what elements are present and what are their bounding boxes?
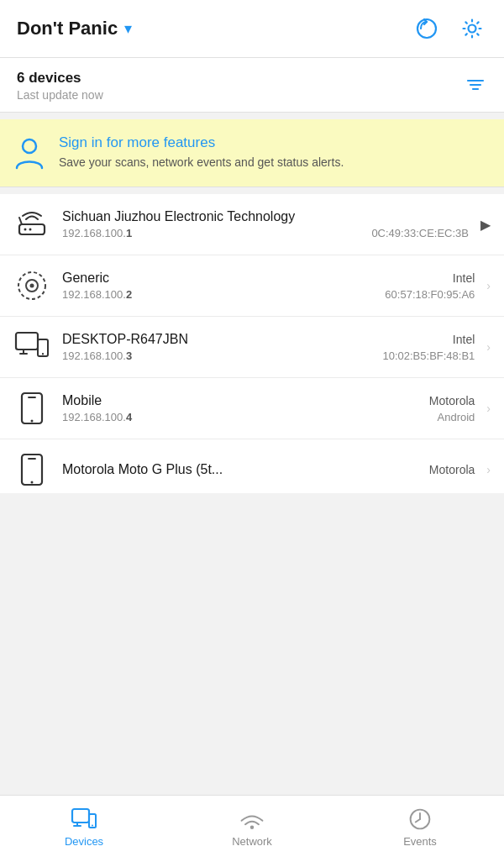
bottom-nav: Devices Network Events [0, 795, 504, 862]
nav-item-network[interactable]: Network [168, 807, 336, 848]
device-name: Sichuan Jiuzhou Electronic Technology [62, 209, 295, 224]
app-title: Don't Panic [17, 18, 118, 39]
network-nav-icon [239, 807, 265, 831]
events-nav-label: Events [403, 835, 437, 848]
svg-point-29 [92, 824, 93, 826]
router-icon [14, 209, 50, 239]
refresh-button[interactable] [412, 13, 442, 44]
device-name: Generic [62, 271, 109, 286]
mobile-partial-icon-wrap [13, 451, 50, 488]
device-ip: 192.168.100.3 [62, 350, 132, 362]
device-vendor: Motorola [429, 394, 475, 407]
devices-nav-label: Devices [65, 835, 103, 848]
filter-button[interactable] [464, 73, 487, 97]
svg-rect-6 [19, 224, 45, 234]
router-icon-wrap [13, 206, 50, 243]
device-info: Sichuan Jiuzhou Electronic Technology 19… [62, 209, 469, 239]
mobile-icon [19, 453, 45, 486]
subheader-left: 6 devices Last update now [17, 70, 103, 102]
device-ip: 192.168.100.2 [62, 288, 132, 301]
nav-item-events[interactable]: Events [336, 807, 504, 848]
device-name: DESKTOP-R647JBN [62, 332, 188, 347]
svg-point-8 [29, 229, 32, 231]
person-icon [13, 136, 45, 171]
svg-point-1 [469, 25, 476, 33]
list-item[interactable]: Generic Intel 192.168.100.2 60:57:18:F0:… [0, 255, 504, 317]
device-list: Sichuan Jiuzhou Electronic Technology 19… [0, 194, 504, 493]
device-mac: 0C:49:33:CE:EC:3B [371, 227, 469, 239]
svg-line-9 [19, 218, 22, 224]
last-update: Last update now [17, 88, 103, 102]
header-icons [412, 13, 487, 44]
chevron-right-icon: › [486, 463, 491, 476]
header-left: Don't Panic ▾ [17, 18, 132, 39]
svg-point-7 [24, 229, 27, 231]
device-count: 6 devices [17, 70, 103, 87]
chevron-right-icon: › [486, 279, 491, 292]
gear-icon [460, 17, 484, 40]
svg-point-12 [30, 284, 34, 288]
device-info: Motorola Moto G Plus (5t... Motorola [62, 462, 475, 477]
svg-line-33 [416, 819, 420, 823]
svg-point-18 [42, 354, 44, 355]
device-vendor: Intel [453, 333, 475, 346]
device-name: Mobile [62, 393, 102, 408]
device-vendor: Intel [453, 271, 475, 285]
device-vendor: Motorola [429, 463, 475, 476]
list-item[interactable]: Mobile Motorola 192.168.100.4 Android › [0, 378, 504, 439]
svg-point-5 [23, 139, 36, 153]
svg-point-20 [31, 420, 34, 423]
desktop-icon-wrap [13, 329, 50, 365]
signin-banner[interactable]: Sign in for more features Save your scan… [0, 119, 504, 187]
target-icon-wrap [13, 267, 50, 304]
play-icon[interactable]: ▶ [480, 217, 491, 233]
signin-title[interactable]: Sign in for more features [59, 134, 344, 151]
device-ip: 192.168.100.4 [62, 411, 132, 423]
mobile-icon [19, 392, 45, 425]
chevron-right-icon: › [486, 340, 491, 354]
chevron-down-icon[interactable]: ▾ [124, 19, 132, 38]
device-info: DESKTOP-R647JBN Intel 192.168.100.3 10:0… [62, 332, 475, 362]
desktop-icon [14, 331, 50, 363]
device-info: Mobile Motorola 192.168.100.4 Android [62, 393, 475, 423]
filter-icon [464, 73, 487, 97]
signin-description: Save your scans, network events and get … [59, 155, 344, 171]
target-icon [15, 269, 49, 302]
subheader: 6 devices Last update now [0, 58, 504, 113]
mobile-icon-wrap [13, 390, 50, 427]
svg-rect-25 [72, 809, 89, 823]
device-ip: 192.168.100.1 [62, 227, 132, 239]
list-item[interactable]: Motorola Moto G Plus (5t... Motorola › [0, 439, 504, 493]
header: Don't Panic ▾ [0, 0, 504, 58]
chevron-right-icon: › [486, 402, 491, 415]
signin-text: Sign in for more features Save your scan… [59, 134, 344, 171]
device-name: Motorola Moto G Plus (5t... [62, 462, 223, 477]
nav-item-devices[interactable]: Devices [0, 807, 168, 848]
device-mac: 10:02:B5:BF:48:B1 [382, 350, 475, 362]
device-vendor2: Android [438, 411, 475, 423]
devices-nav-icon [71, 807, 97, 831]
settings-button[interactable] [457, 13, 487, 44]
network-nav-label: Network [232, 835, 272, 848]
list-item[interactable]: DESKTOP-R647JBN Intel 192.168.100.3 10:0… [0, 317, 504, 378]
svg-rect-13 [16, 333, 38, 350]
svg-point-23 [31, 481, 34, 484]
device-mac: 60:57:18:F0:95:A6 [385, 288, 475, 301]
svg-point-30 [250, 825, 254, 828]
device-info: Generic Intel 192.168.100.2 60:57:18:F0:… [62, 271, 475, 301]
events-nav-icon [407, 807, 433, 831]
refresh-icon [415, 17, 438, 40]
list-item[interactable]: Sichuan Jiuzhou Electronic Technology 19… [0, 194, 504, 255]
